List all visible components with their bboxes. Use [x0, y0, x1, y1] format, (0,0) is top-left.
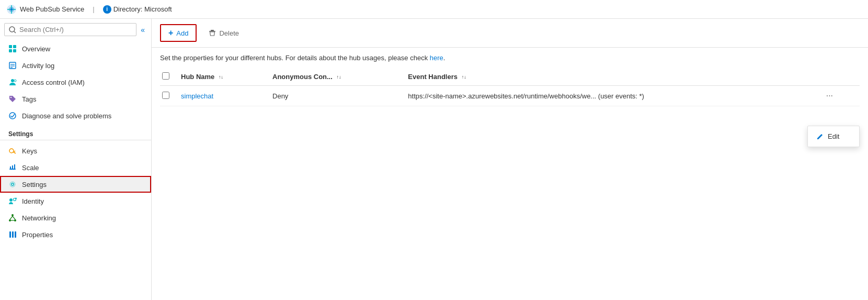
row-checkbox-cell [160, 86, 175, 106]
anonymous-con-sort[interactable]: ↑↓ [336, 75, 341, 80]
sidebar-item-networking[interactable]: Networking [0, 209, 151, 226]
networking-icon [8, 214, 17, 222]
hub-name-sort[interactable]: ↑↓ [219, 75, 223, 80]
svg-rect-41 [15, 231, 16, 238]
sidebar-item-activity-log[interactable]: Activity log [0, 57, 151, 74]
sidebar-item-scale[interactable]: Scale [0, 159, 151, 176]
event-handlers-cell: https://<site-name>.azurewebsites.net/ru… [402, 86, 816, 106]
svg-line-22 [12, 114, 15, 117]
search-icon [9, 26, 16, 34]
description-link[interactable]: here [430, 54, 443, 62]
hub-name-cell: simplechat [175, 86, 266, 106]
sidebar-item-properties-label: Properties [22, 231, 53, 239]
sidebar-item-properties[interactable]: Properties [0, 226, 151, 243]
sidebar-item-keys[interactable]: Keys [0, 142, 151, 159]
hub-name-link[interactable]: simplechat [181, 92, 213, 100]
hub-name-header: Hub Name ↑↓ [175, 68, 266, 86]
delete-icon [209, 29, 216, 37]
sidebar-item-activity-log-label: Activity log [22, 62, 54, 70]
svg-point-30 [9, 198, 13, 202]
collapse-button[interactable]: « [139, 26, 147, 34]
svg-point-7 [9, 27, 15, 32]
sidebar-item-overview-label: Overview [22, 45, 50, 53]
svg-point-35 [14, 219, 16, 221]
main-layout: « Overview [0, 19, 868, 300]
top-bar: Web PubSub Service | i Directory: Micros… [0, 0, 868, 19]
description-text: Set the properties for your different hu… [152, 48, 868, 68]
svg-rect-28 [12, 165, 13, 169]
overview-icon [8, 45, 17, 53]
svg-point-23 [9, 149, 14, 153]
properties-icon [8, 230, 17, 239]
svg-rect-11 [9, 49, 12, 52]
sidebar-item-overview[interactable]: Overview [0, 40, 151, 57]
svg-point-20 [9, 113, 16, 119]
svg-rect-26 [9, 169, 16, 170]
sidebar-item-access-control-label: Access control (IAM) [22, 79, 85, 86]
svg-rect-12 [13, 49, 16, 52]
svg-rect-43 [211, 30, 214, 31]
event-handlers-sort[interactable]: ↑↓ [462, 75, 466, 80]
svg-rect-10 [13, 45, 16, 48]
pubsub-icon [6, 4, 17, 15]
delete-button-label: Delete [219, 29, 239, 37]
sidebar-item-tags[interactable]: Tags [0, 91, 151, 107]
svg-point-19 [10, 97, 12, 98]
settings-section-header: Settings [0, 124, 151, 140]
context-menu-edit[interactable]: Edit [808, 128, 859, 145]
svg-point-32 [15, 198, 17, 199]
svg-point-34 [9, 219, 11, 221]
anonymous-con-cell: Deny [266, 86, 402, 106]
sidebar-item-scale-label: Scale [22, 164, 39, 172]
svg-point-17 [11, 79, 14, 82]
svg-rect-40 [12, 231, 14, 238]
svg-line-37 [13, 216, 15, 219]
event-handlers-header: Event Handlers ↑↓ [402, 68, 816, 86]
sidebar-item-settings-label: Settings [22, 181, 47, 188]
table-container: Hub Name ↑↓ Anonymous Con... ↑↓ Event Ha… [152, 68, 868, 106]
directory-label: Directory: Microsoft [113, 5, 172, 13]
identity-icon [8, 197, 17, 205]
scale-icon [8, 163, 17, 172]
service-title: Web PubSub Service [6, 4, 84, 15]
svg-rect-42 [209, 31, 215, 32]
select-all-checkbox[interactable] [162, 72, 169, 80]
add-button[interactable]: + Add [160, 24, 197, 42]
row-ellipsis-button[interactable]: ··· [823, 90, 836, 102]
directory-info: i Directory: Microsoft [103, 5, 172, 14]
keys-icon [8, 147, 17, 155]
plus-icon: + [168, 28, 173, 38]
row-actions-cell: ··· [817, 86, 860, 106]
delete-button[interactable]: Delete [201, 26, 247, 41]
svg-rect-27 [10, 166, 11, 169]
sidebar-item-tags-label: Tags [22, 95, 36, 103]
svg-point-18 [14, 80, 16, 82]
tags-icon [8, 95, 17, 103]
sidebar: « Overview [0, 19, 152, 300]
sidebar-item-diagnose-label: Diagnose and solve problems [22, 112, 111, 120]
diagnose-icon [8, 112, 17, 120]
sidebar-item-keys-label: Keys [22, 147, 37, 155]
service-name-label: Web PubSub Service [20, 5, 84, 13]
settings-icon [8, 180, 17, 188]
info-icon: i [103, 5, 111, 14]
topbar-divider: | [93, 5, 94, 13]
activity-log-icon [8, 61, 17, 70]
sidebar-item-identity-label: Identity [22, 197, 44, 205]
sidebar-item-settings[interactable]: Settings [0, 176, 151, 193]
access-control-icon [8, 78, 17, 86]
svg-point-33 [12, 214, 14, 216]
sidebar-item-identity[interactable]: Identity [0, 193, 151, 209]
hubs-table: Hub Name ↑↓ Anonymous Con... ↑↓ Event Ha… [160, 68, 860, 106]
svg-rect-29 [14, 164, 15, 169]
sidebar-item-access-control[interactable]: Access control (IAM) [0, 74, 151, 91]
table-row: simplechat Deny https://<site-name>.azur… [160, 86, 860, 106]
svg-line-25 [14, 151, 15, 152]
svg-line-36 [10, 216, 13, 219]
svg-line-8 [14, 31, 16, 33]
row-checkbox[interactable] [162, 92, 169, 99]
sidebar-item-diagnose[interactable]: Diagnose and solve problems [0, 107, 151, 124]
search-input[interactable] [19, 26, 132, 34]
search-input-wrapper[interactable] [4, 23, 136, 36]
add-button-label: Add [176, 29, 188, 37]
